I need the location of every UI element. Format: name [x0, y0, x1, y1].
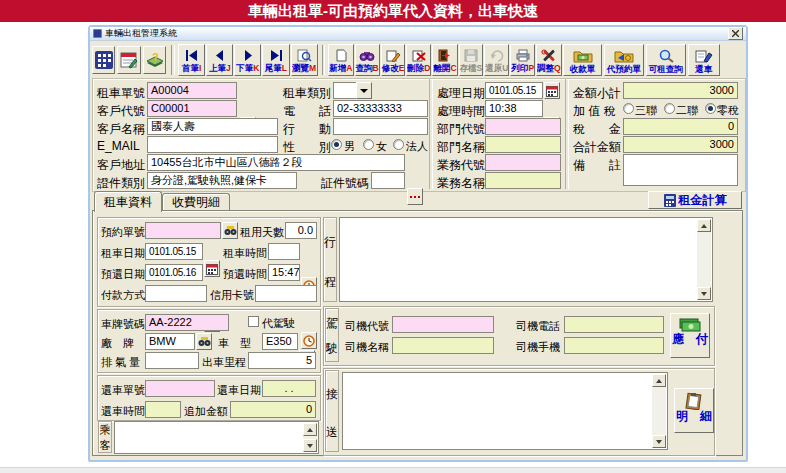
- customer-name-field[interactable]: 國泰人壽: [147, 118, 278, 135]
- rental-info-page: 預約單號 租用天數 0.0 租車日期 0101.05.15 租車時間 預還日期 …: [92, 210, 743, 456]
- passenger-textarea[interactable]: [114, 421, 319, 454]
- model-field[interactable]: E350: [262, 333, 298, 350]
- driver-code-field[interactable]: [392, 316, 494, 333]
- help-button[interactable]: ?: [143, 46, 166, 74]
- rent-date-calendar-button[interactable]: [204, 260, 220, 277]
- id-number-field[interactable]: [371, 172, 405, 189]
- due-time-field[interactable]: 15:47: [268, 264, 300, 281]
- rental-days-field[interactable]: 0.0: [285, 222, 317, 239]
- email-field[interactable]: [147, 136, 278, 153]
- dept-code-field[interactable]: [485, 118, 561, 135]
- process-date-calendar-button[interactable]: [544, 82, 560, 99]
- proxy-driver-checkbox[interactable]: [248, 316, 259, 327]
- browse-button[interactable]: 瀏覽M: [291, 44, 318, 76]
- from-reservation-button[interactable]: 代預約單: [604, 44, 644, 76]
- last-record-button[interactable]: 尾筆L: [262, 44, 289, 76]
- reservation-lookup-button[interactable]: [222, 222, 238, 239]
- receipt-button[interactable]: 收款單: [563, 44, 603, 76]
- availability-query-button[interactable]: 可租查詢: [646, 44, 686, 76]
- driver-name-field[interactable]: [392, 337, 494, 354]
- brand-lookup-button[interactable]: [196, 333, 212, 350]
- vat-zero-radio[interactable]: [705, 103, 716, 114]
- keypad-button[interactable]: [92, 46, 115, 74]
- rent-type-combobox[interactable]: [333, 82, 357, 99]
- gender-corporate-radio[interactable]: [393, 139, 404, 150]
- return-no-field[interactable]: [145, 380, 215, 397]
- adjust-button[interactable]: 調整Q: [536, 44, 562, 76]
- displacement-field[interactable]: [145, 352, 199, 369]
- prev-record-button[interactable]: 上筆J: [206, 44, 233, 76]
- first-record-button[interactable]: 首筆I: [178, 44, 205, 76]
- subtotal-field[interactable]: 3000: [623, 82, 738, 99]
- brand-field[interactable]: BMW: [145, 333, 195, 350]
- edit-button[interactable]: 修改E: [381, 44, 406, 76]
- next-record-icon: [240, 49, 256, 62]
- close-button[interactable]: [728, 27, 743, 40]
- last-record-icon: [268, 49, 284, 62]
- note-field[interactable]: [623, 154, 738, 186]
- shuttle-textarea[interactable]: [342, 372, 668, 450]
- dept-name-field[interactable]: [485, 136, 561, 153]
- customer-code-field[interactable]: C00001: [147, 100, 237, 117]
- next-record-button[interactable]: 下筆K: [234, 44, 261, 76]
- money-icon: [679, 317, 701, 333]
- address-field[interactable]: 10455台北市中山區八德路２段: [147, 154, 405, 171]
- extra-amount-field[interactable]: 0: [230, 401, 316, 418]
- payable-button[interactable]: 應 付: [670, 313, 710, 358]
- reservation-no-field[interactable]: [145, 222, 221, 239]
- scroll-down-button[interactable]: [697, 287, 711, 300]
- rent-type-dropdown-button[interactable]: [356, 82, 372, 99]
- schedule-button[interactable]: [117, 46, 140, 74]
- add-button[interactable]: 新增A: [328, 44, 353, 76]
- sales-name-field[interactable]: [485, 172, 561, 189]
- adjust-icon: [541, 49, 557, 62]
- vat-triplicate-radio[interactable]: [623, 103, 634, 114]
- detail-button[interactable]: 明 細: [674, 388, 714, 433]
- scroll-up-button[interactable]: [303, 423, 317, 436]
- mobile-field[interactable]: [333, 118, 428, 135]
- tab-fee-details[interactable]: 收費明細: [162, 193, 230, 211]
- address-lookup-button[interactable]: [407, 188, 423, 205]
- due-date-field[interactable]: 0101.05.16: [145, 264, 203, 281]
- credit-card-field[interactable]: [255, 285, 317, 302]
- tab-rental-info[interactable]: 租車資料: [94, 191, 162, 212]
- vertical-scrollbar[interactable]: [303, 423, 317, 452]
- query-button[interactable]: 查詢B: [355, 44, 380, 76]
- phone-field[interactable]: 02-33333333: [333, 100, 428, 117]
- gender-female-radio[interactable]: [363, 139, 374, 150]
- scroll-up-button[interactable]: [697, 219, 711, 232]
- vertical-scrollbar[interactable]: [652, 374, 666, 448]
- close-icon: [732, 30, 739, 37]
- rent-calc-button[interactable]: 租金計算: [648, 191, 742, 209]
- rent-date-field[interactable]: 0101.05.15: [145, 243, 203, 260]
- scroll-up-button[interactable]: [652, 374, 666, 387]
- return-date-field[interactable]: . .: [262, 380, 316, 397]
- proxy-driver-label: 代駕駛: [262, 316, 295, 331]
- return-time-field[interactable]: [145, 401, 181, 418]
- itinerary-textarea[interactable]: [339, 217, 713, 302]
- vertical-scrollbar[interactable]: [697, 219, 711, 300]
- process-date-field[interactable]: 0101.05.15: [485, 82, 543, 99]
- scroll-down-button[interactable]: [652, 435, 666, 448]
- sales-code-field[interactable]: [485, 154, 561, 171]
- rent-time-field[interactable]: [268, 243, 300, 260]
- customer-name-label: 客戶名稱: [97, 121, 145, 138]
- plate-field[interactable]: AA-2222: [145, 314, 229, 331]
- gender-male-radio[interactable]: [331, 139, 342, 150]
- rent-order-field[interactable]: A00004: [147, 82, 237, 99]
- id-type-field[interactable]: 身分證,駕駛執照,健保卡: [147, 172, 297, 189]
- driver-mobile-field[interactable]: [564, 337, 664, 354]
- mileage-field[interactable]: 5: [248, 352, 316, 369]
- scroll-down-button[interactable]: [303, 439, 317, 452]
- payment-field[interactable]: [145, 285, 207, 302]
- tax-field[interactable]: 0: [623, 118, 738, 135]
- print-button[interactable]: 列印P: [510, 44, 535, 76]
- exit-button[interactable]: 離開C: [432, 44, 457, 76]
- total-field[interactable]: 3000: [623, 136, 738, 153]
- return-car-button[interactable]: 還車: [688, 44, 720, 76]
- vat-duplicate-radio[interactable]: [664, 103, 675, 114]
- delete-button[interactable]: 刪除D: [406, 44, 431, 76]
- driver-phone-field[interactable]: [564, 316, 664, 333]
- process-time-field[interactable]: 10:38: [485, 100, 543, 117]
- window-titlebar[interactable]: 車輛出租管理系統: [90, 27, 746, 41]
